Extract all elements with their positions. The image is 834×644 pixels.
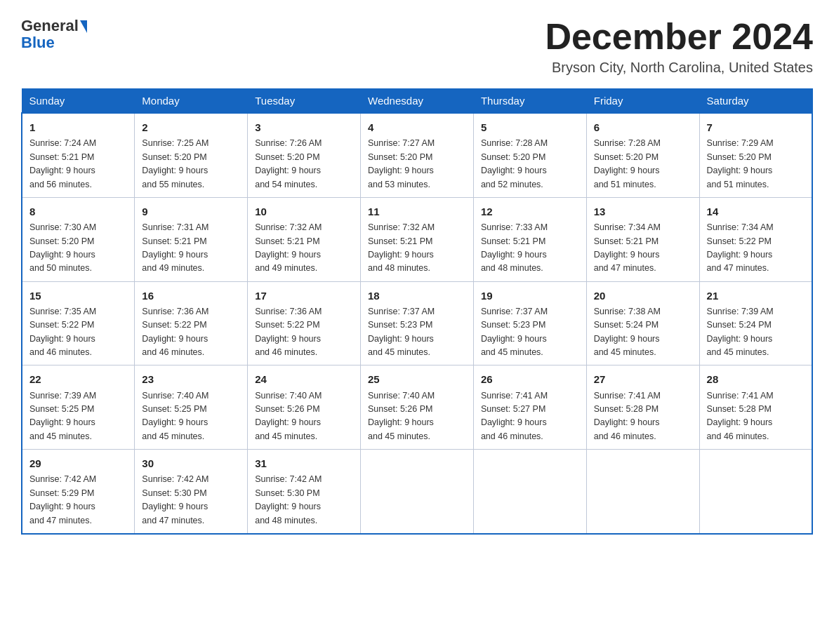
day-number: 4 (368, 119, 466, 135)
calendar-cell: 7Sunrise: 7:29 AMSunset: 5:20 PMDaylight… (699, 113, 812, 197)
day-number: 19 (481, 288, 579, 304)
day-number: 23 (142, 371, 240, 387)
month-title: December 2024 (545, 17, 813, 57)
calendar-week-row: 22Sunrise: 7:39 AMSunset: 5:25 PMDayligh… (22, 365, 812, 450)
calendar-week-row: 29Sunrise: 7:42 AMSunset: 5:29 PMDayligh… (22, 450, 812, 534)
calendar-cell: 4Sunrise: 7:27 AMSunset: 5:20 PMDaylight… (361, 113, 474, 197)
day-number: 6 (594, 119, 692, 135)
day-number: 18 (368, 288, 466, 304)
day-number: 15 (29, 288, 127, 304)
day-number: 10 (255, 203, 353, 220)
calendar-cell: 24Sunrise: 7:40 AMSunset: 5:26 PMDayligh… (248, 365, 361, 450)
day-number: 26 (481, 371, 579, 387)
day-number: 14 (707, 203, 805, 220)
day-number: 11 (368, 203, 466, 220)
logo-blue-text: Blue (21, 34, 55, 51)
calendar-cell: 23Sunrise: 7:40 AMSunset: 5:25 PMDayligh… (135, 365, 248, 450)
day-number: 28 (707, 371, 805, 387)
calendar-cell: 25Sunrise: 7:40 AMSunset: 5:26 PMDayligh… (361, 365, 474, 450)
calendar-cell: 18Sunrise: 7:37 AMSunset: 5:23 PMDayligh… (361, 281, 474, 365)
day-number: 7 (707, 119, 805, 135)
day-number: 20 (594, 288, 692, 304)
day-number: 22 (29, 371, 127, 387)
calendar-cell: 29Sunrise: 7:42 AMSunset: 5:29 PMDayligh… (22, 450, 135, 534)
calendar-cell: 28Sunrise: 7:41 AMSunset: 5:28 PMDayligh… (699, 365, 812, 450)
column-header-tuesday: Tuesday (248, 89, 361, 114)
column-header-sunday: Sunday (22, 89, 135, 114)
logo-triangle-icon (80, 20, 87, 33)
day-number: 31 (255, 455, 353, 471)
calendar-cell: 20Sunrise: 7:38 AMSunset: 5:24 PMDayligh… (586, 281, 699, 365)
calendar-cell: 21Sunrise: 7:39 AMSunset: 5:24 PMDayligh… (699, 281, 812, 365)
calendar-cell: 30Sunrise: 7:42 AMSunset: 5:30 PMDayligh… (135, 450, 248, 534)
day-number: 9 (142, 203, 240, 220)
calendar-cell: 27Sunrise: 7:41 AMSunset: 5:28 PMDayligh… (586, 365, 699, 450)
calendar-cell: 9Sunrise: 7:31 AMSunset: 5:21 PMDaylight… (135, 197, 248, 281)
column-header-wednesday: Wednesday (361, 89, 474, 114)
calendar-cell: 19Sunrise: 7:37 AMSunset: 5:23 PMDayligh… (473, 281, 586, 365)
calendar-week-row: 8Sunrise: 7:30 AMSunset: 5:20 PMDaylight… (22, 197, 812, 281)
column-header-friday: Friday (586, 89, 699, 114)
calendar-cell: 14Sunrise: 7:34 AMSunset: 5:22 PMDayligh… (699, 197, 812, 281)
title-area: December 2024 Bryson City, North Carolin… (545, 17, 813, 76)
calendar-week-row: 1Sunrise: 7:24 AMSunset: 5:21 PMDaylight… (22, 113, 812, 197)
calendar-header-row: SundayMondayTuesdayWednesdayThursdayFrid… (22, 89, 812, 114)
calendar-cell: 1Sunrise: 7:24 AMSunset: 5:21 PMDaylight… (22, 113, 135, 197)
calendar-cell: 26Sunrise: 7:41 AMSunset: 5:27 PMDayligh… (473, 365, 586, 450)
calendar-cell: 6Sunrise: 7:28 AMSunset: 5:20 PMDaylight… (586, 113, 699, 197)
calendar-table: SundayMondayTuesdayWednesdayThursdayFrid… (21, 88, 813, 535)
calendar-cell: 2Sunrise: 7:25 AMSunset: 5:20 PMDaylight… (135, 113, 248, 197)
day-number: 29 (29, 455, 127, 471)
column-header-saturday: Saturday (699, 89, 812, 114)
calendar-cell: 16Sunrise: 7:36 AMSunset: 5:22 PMDayligh… (135, 281, 248, 365)
calendar-cell: 22Sunrise: 7:39 AMSunset: 5:25 PMDayligh… (22, 365, 135, 450)
calendar-cell: 13Sunrise: 7:34 AMSunset: 5:21 PMDayligh… (586, 197, 699, 281)
calendar-cell (361, 450, 474, 534)
calendar-cell: 5Sunrise: 7:28 AMSunset: 5:20 PMDaylight… (473, 113, 586, 197)
calendar-cell: 17Sunrise: 7:36 AMSunset: 5:22 PMDayligh… (248, 281, 361, 365)
calendar-cell: 10Sunrise: 7:32 AMSunset: 5:21 PMDayligh… (248, 197, 361, 281)
day-number: 16 (142, 288, 240, 304)
calendar-cell: 15Sunrise: 7:35 AMSunset: 5:22 PMDayligh… (22, 281, 135, 365)
location-text: Bryson City, North Carolina, United Stat… (545, 60, 813, 76)
calendar-cell (699, 450, 812, 534)
calendar-cell: 8Sunrise: 7:30 AMSunset: 5:20 PMDaylight… (22, 197, 135, 281)
calendar-week-row: 15Sunrise: 7:35 AMSunset: 5:22 PMDayligh… (22, 281, 812, 365)
calendar-cell: 11Sunrise: 7:32 AMSunset: 5:21 PMDayligh… (361, 197, 474, 281)
day-number: 3 (255, 119, 353, 135)
day-number: 24 (255, 371, 353, 387)
day-number: 27 (594, 371, 692, 387)
calendar-cell (473, 450, 586, 534)
day-number: 30 (142, 455, 240, 471)
page-header: General Blue December 2024 Bryson City, … (21, 17, 813, 76)
day-number: 21 (707, 288, 805, 304)
day-number: 12 (481, 203, 579, 220)
day-number: 25 (368, 371, 466, 387)
day-number: 8 (29, 203, 127, 220)
calendar-cell (586, 450, 699, 534)
day-number: 1 (29, 119, 127, 135)
logo: General Blue (21, 17, 87, 52)
column-header-thursday: Thursday (473, 89, 586, 114)
day-number: 13 (594, 203, 692, 220)
day-number: 17 (255, 288, 353, 304)
calendar-cell: 31Sunrise: 7:42 AMSunset: 5:30 PMDayligh… (248, 450, 361, 534)
day-number: 2 (142, 119, 240, 135)
column-header-monday: Monday (135, 89, 248, 114)
day-number: 5 (481, 119, 579, 135)
logo-general-text: General (21, 17, 79, 35)
calendar-cell: 3Sunrise: 7:26 AMSunset: 5:20 PMDaylight… (248, 113, 361, 197)
calendar-cell: 12Sunrise: 7:33 AMSunset: 5:21 PMDayligh… (473, 197, 586, 281)
